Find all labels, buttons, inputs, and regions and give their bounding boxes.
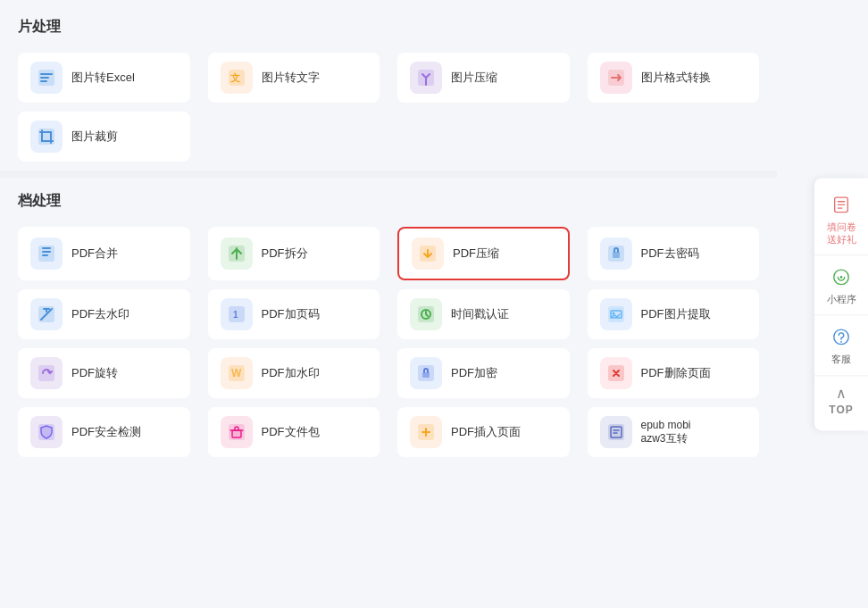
svg-text:W: W xyxy=(231,367,242,379)
pdf-security-label: PDF安全检测 xyxy=(71,424,141,440)
pdf-delete-page-label: PDF删除页面 xyxy=(641,365,711,381)
pdf-decrypt-label: PDF去密码 xyxy=(641,246,699,262)
img-crop-icon xyxy=(30,121,63,153)
epub-convert-label: epub mobiazw3互转 xyxy=(641,419,691,446)
timestamp-icon xyxy=(410,298,442,330)
svg-rect-8 xyxy=(38,129,54,145)
image-tools-grid: 图片转Excel 文 图片转文字 图片压缩 xyxy=(18,53,759,103)
svg-rect-26 xyxy=(422,372,430,378)
tool-pdf-img-extract[interactable]: PDF图片提取 xyxy=(588,289,760,339)
svg-point-21 xyxy=(612,312,614,315)
tool-img-compress[interactable]: 图片压缩 xyxy=(397,53,570,103)
pdf-merge-icon xyxy=(30,237,63,270)
svg-rect-22 xyxy=(38,365,54,381)
svg-point-36 xyxy=(840,276,843,279)
pdf-img-extract-icon xyxy=(600,298,632,330)
customer-service-label: 客服 xyxy=(831,354,851,366)
top-button[interactable]: ∧ TOP xyxy=(814,376,868,425)
pdf-decrypt-icon xyxy=(600,237,632,270)
tool-pdf-watermark-add[interactable]: W PDF加水印 xyxy=(208,348,380,398)
pdf-compress-label: PDF压缩 xyxy=(453,246,499,262)
tool-pdf-delete-page[interactable]: PDF删除页面 xyxy=(588,348,760,398)
pdf-merge-label: PDF合并 xyxy=(71,246,118,262)
pdf-watermark-add-label: PDF加水印 xyxy=(262,365,320,381)
svg-text:文: 文 xyxy=(230,72,240,83)
survey-label: 填问卷送好礼 xyxy=(827,221,856,246)
tool-img-to-excel[interactable]: 图片转Excel xyxy=(18,53,190,103)
pdf-rotate-icon xyxy=(30,357,63,389)
pdf-insert-page-icon xyxy=(410,416,442,448)
pdf-watermark-remove-label: PDF去水印 xyxy=(71,306,129,322)
pdf-split-icon xyxy=(221,237,253,270)
pdf-page-num-icon: 1 xyxy=(221,298,253,330)
img-to-excel-label: 图片转Excel xyxy=(71,70,135,86)
mini-program-button[interactable]: 小程序 xyxy=(814,256,868,316)
tool-pdf-security[interactable]: PDF安全检测 xyxy=(18,407,190,457)
img-to-excel-icon xyxy=(30,62,63,94)
tool-pdf-package[interactable]: PDF文件包 xyxy=(208,407,380,457)
tool-pdf-compress[interactable]: PDF压缩 xyxy=(397,227,570,280)
pdf-watermark-add-icon: W xyxy=(221,357,253,389)
floating-sidebar: 填问卷送好礼 小程序 客服 ∧ TOP xyxy=(814,178,868,430)
pdf-compress-icon xyxy=(412,237,444,270)
img-compress-icon xyxy=(410,62,442,94)
doc-section-title: 档处理 xyxy=(18,192,759,211)
svg-rect-1 xyxy=(40,73,53,75)
svg-rect-30 xyxy=(232,430,241,437)
tool-pdf-page-num[interactable]: 1 PDF加页码 xyxy=(208,289,380,339)
top-arrow-icon: ∧ xyxy=(836,385,847,402)
tool-img-to-text[interactable]: 文 图片转文字 xyxy=(208,53,380,103)
section-divider xyxy=(0,171,777,178)
tool-pdf-split[interactable]: PDF拆分 xyxy=(208,227,380,280)
survey-button[interactable]: 填问卷送好礼 xyxy=(814,183,868,256)
img-format-icon xyxy=(600,62,632,94)
tool-pdf-watermark-remove[interactable]: PDF去水印 xyxy=(18,289,190,339)
tool-timestamp[interactable]: 时间戳认证 xyxy=(397,289,570,339)
img-crop-label: 图片裁剪 xyxy=(71,129,118,145)
pdf-rotate-label: PDF旋转 xyxy=(71,365,118,381)
img-to-text-label: 图片转文字 xyxy=(262,70,320,86)
tool-pdf-insert-page[interactable]: PDF插入页面 xyxy=(397,407,570,457)
pdf-encrypt-label: PDF加密 xyxy=(451,365,497,381)
pdf-security-icon xyxy=(30,416,63,448)
tool-epub-convert[interactable]: epub mobiazw3互转 xyxy=(588,407,760,457)
pdf-encrypt-icon xyxy=(410,357,442,389)
svg-rect-2 xyxy=(40,77,49,79)
svg-point-38 xyxy=(840,341,842,343)
img-compress-label: 图片压缩 xyxy=(451,70,497,86)
tool-pdf-rotate[interactable]: PDF旋转 xyxy=(18,348,190,398)
top-label: TOP xyxy=(829,404,853,416)
tool-pdf-merge[interactable]: PDF合并 xyxy=(18,227,190,280)
mini-program-label: 小程序 xyxy=(827,294,856,306)
mini-program-icon xyxy=(829,265,854,290)
svg-rect-3 xyxy=(40,80,47,82)
pdf-insert-page-label: PDF插入页面 xyxy=(451,424,521,440)
img-format-label: 图片格式转换 xyxy=(641,70,711,86)
svg-rect-13 xyxy=(613,252,620,258)
timestamp-label: 时间戳认证 xyxy=(451,306,509,322)
tool-img-crop[interactable]: 图片裁剪 xyxy=(18,112,190,162)
doc-tools-grid: PDF合并 PDF拆分 PDF压缩 xyxy=(18,227,759,457)
customer-service-icon xyxy=(829,325,854,350)
pdf-split-label: PDF拆分 xyxy=(262,246,308,262)
svg-text:1: 1 xyxy=(233,310,238,320)
epub-convert-icon xyxy=(600,416,632,448)
pdf-package-label: PDF文件包 xyxy=(262,424,320,440)
tool-pdf-decrypt[interactable]: PDF去密码 xyxy=(588,227,760,280)
tool-img-format[interactable]: 图片格式转换 xyxy=(588,53,760,103)
pdf-delete-page-icon xyxy=(600,357,632,389)
image-section-title: 片处理 xyxy=(18,18,759,37)
pdf-page-num-label: PDF加页码 xyxy=(262,306,320,322)
tool-pdf-encrypt[interactable]: PDF加密 xyxy=(397,348,570,398)
pdf-package-icon xyxy=(221,416,253,448)
pdf-img-extract-label: PDF图片提取 xyxy=(641,306,711,322)
pdf-watermark-remove-icon xyxy=(30,298,63,330)
survey-icon xyxy=(829,192,854,217)
img-to-text-icon: 文 xyxy=(221,62,253,94)
customer-service-button[interactable]: 客服 xyxy=(814,316,868,376)
